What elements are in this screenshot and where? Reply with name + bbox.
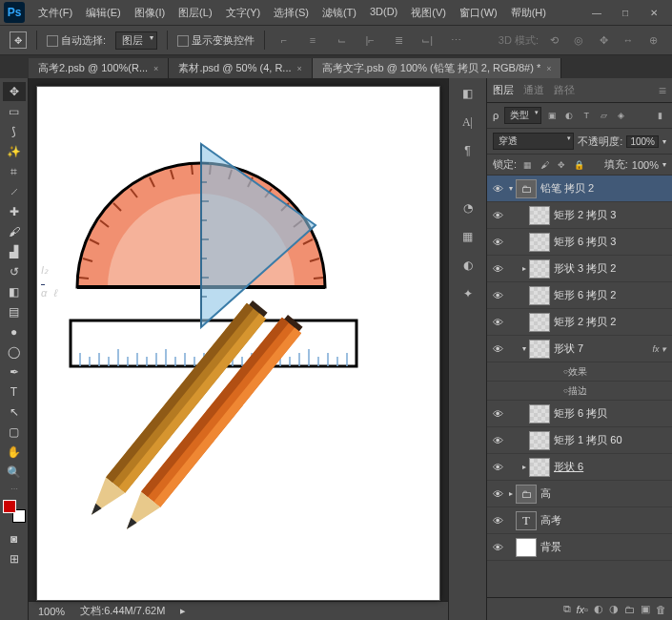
styles-panel-icon[interactable]: ✦ bbox=[457, 284, 479, 303]
layer-row[interactable]: ○ 描边 bbox=[487, 382, 672, 401]
status-menu[interactable]: ▶ bbox=[180, 608, 185, 615]
move-tool[interactable]: ✥ bbox=[3, 82, 26, 101]
clone-stamp-tool[interactable]: ▟ bbox=[3, 242, 26, 261]
align-left-icon[interactable]: |⌐ bbox=[360, 31, 379, 50]
menu-item[interactable]: 3D(D) bbox=[364, 3, 403, 23]
history-panel-icon[interactable]: ◧ bbox=[457, 84, 479, 103]
document-canvas[interactable]: I₂ α ℓ bbox=[36, 86, 440, 601]
layer-row[interactable]: 👁矩形 6 拷贝 2 bbox=[487, 282, 672, 309]
filter-adjust-icon[interactable]: ◐ bbox=[562, 109, 576, 122]
lock-position-icon[interactable]: ✥ bbox=[555, 159, 568, 171]
layer-name[interactable]: 形状 6 bbox=[554, 460, 670, 474]
link-layers-icon[interactable]: ⧉ bbox=[563, 603, 571, 615]
menu-item[interactable]: 图层(L) bbox=[173, 3, 217, 23]
opacity-value[interactable]: 100% bbox=[626, 135, 659, 148]
document-tab[interactable]: 高考2.psb @ 100%(R...× bbox=[29, 58, 169, 78]
visibility-toggle[interactable]: 👁 bbox=[489, 210, 506, 221]
visibility-toggle[interactable]: 👁 bbox=[489, 343, 506, 355]
type-tool[interactable]: T bbox=[3, 382, 26, 402]
menu-item[interactable]: 窗口(W) bbox=[454, 3, 503, 23]
toolbox-more[interactable]: ⋯ bbox=[10, 485, 18, 493]
new-layer-icon[interactable]: ▣ bbox=[641, 603, 650, 615]
layer-row[interactable]: 👁▾🗀铅笔 拷贝 2 bbox=[487, 176, 672, 202]
layer-name[interactable]: 形状 3 拷贝 2 bbox=[554, 261, 670, 276]
visibility-toggle[interactable]: 👁 bbox=[489, 488, 506, 500]
maximize-button[interactable]: □ bbox=[611, 4, 640, 21]
hand-tool[interactable]: ✋ bbox=[3, 443, 26, 462]
layer-row[interactable]: 👁背景 bbox=[487, 534, 672, 561]
layer-row[interactable]: 👁矩形 2 拷贝 2 bbox=[487, 309, 672, 336]
zoom-level[interactable]: 100% bbox=[38, 606, 65, 617]
menu-item[interactable]: 文件(F) bbox=[32, 3, 78, 23]
expand-toggle[interactable]: ▾ bbox=[519, 344, 529, 353]
foreground-color[interactable] bbox=[3, 500, 16, 513]
screenmode-toggle[interactable]: ⊞ bbox=[3, 549, 26, 568]
layer-row[interactable]: 👁矩形 6 拷贝 bbox=[487, 401, 672, 427]
dodge-tool[interactable]: ◯ bbox=[3, 342, 26, 362]
layer-row[interactable]: 👁▾形状 7fx ▾ bbox=[487, 336, 672, 362]
visibility-toggle[interactable]: 👁 bbox=[489, 237, 506, 248]
close-tab-icon[interactable]: × bbox=[153, 64, 158, 73]
color-swatches[interactable] bbox=[3, 500, 26, 523]
expand-toggle[interactable]: ▾ bbox=[506, 184, 516, 193]
character-panel-icon[interactable]: A| bbox=[457, 113, 479, 132]
layer-row[interactable]: ○ 效果 bbox=[487, 362, 672, 382]
expand-toggle[interactable]: ▸ bbox=[506, 489, 516, 498]
lasso-tool[interactable]: ⟆ bbox=[3, 122, 26, 141]
slide-3d-icon[interactable]: ↔ bbox=[619, 31, 638, 50]
color-panel-icon[interactable]: ◔ bbox=[457, 198, 479, 217]
layer-row[interactable]: 👁矩形 2 拷贝 3 bbox=[487, 202, 672, 229]
layer-row[interactable]: 👁▸🗀高 bbox=[487, 481, 672, 507]
visibility-toggle[interactable]: 👁 bbox=[489, 317, 506, 328]
document-tab[interactable]: 高考文字.psb @ 100% (铅笔 拷贝 2, RGB/8#) *× bbox=[313, 58, 562, 78]
layer-filter-dropdown[interactable]: 类型 bbox=[504, 107, 541, 124]
filter-image-icon[interactable]: ▣ bbox=[545, 109, 559, 122]
layer-style-icon[interactable]: fx▫ bbox=[577, 604, 588, 615]
path-select-tool[interactable]: ↖ bbox=[3, 403, 26, 422]
layer-row[interactable]: 👁矩形 1 拷贝 60 bbox=[487, 427, 672, 454]
layer-name[interactable]: 铅笔 拷贝 2 bbox=[540, 181, 670, 196]
filter-type-icon[interactable]: T bbox=[580, 109, 593, 122]
crop-tool[interactable]: ⌗ bbox=[3, 162, 26, 181]
layer-name[interactable]: 矩形 1 拷贝 60 bbox=[554, 433, 670, 447]
visibility-toggle[interactable]: 👁 bbox=[489, 183, 506, 195]
layer-name[interactable]: 矩形 2 拷贝 2 bbox=[554, 315, 670, 329]
document-tab[interactable]: 素材.psd @ 50% (4, R...× bbox=[169, 58, 312, 78]
layer-row[interactable]: 👁▸形状 3 拷贝 2 bbox=[487, 256, 672, 282]
align-vcenter-icon[interactable]: ≡ bbox=[303, 31, 322, 50]
visibility-toggle[interactable]: 👁 bbox=[489, 290, 506, 301]
menu-item[interactable]: 文字(Y) bbox=[220, 3, 267, 23]
gradient-tool[interactable]: ▤ bbox=[3, 302, 26, 321]
layer-name[interactable]: 矩形 6 拷贝 2 bbox=[554, 288, 670, 302]
layer-name[interactable]: 高考 bbox=[540, 513, 670, 527]
visibility-toggle[interactable]: 👁 bbox=[489, 462, 506, 473]
tab-paths[interactable]: 路径 bbox=[554, 83, 575, 97]
swatches-panel-icon[interactable]: ▦ bbox=[457, 227, 479, 246]
align-top-icon[interactable]: ⌐ bbox=[275, 31, 294, 50]
layer-name[interactable]: 背景 bbox=[540, 540, 670, 554]
zoom-tool[interactable]: 🔍 bbox=[3, 463, 26, 482]
paragraph-panel-icon[interactable]: ¶ bbox=[457, 141, 479, 160]
filter-toggle[interactable]: ▮ bbox=[653, 109, 666, 122]
roll-3d-icon[interactable]: ◎ bbox=[569, 31, 588, 50]
lock-all-icon[interactable]: 🔒 bbox=[572, 159, 585, 171]
quickmask-toggle[interactable]: ◙ bbox=[3, 529, 26, 548]
history-brush-tool[interactable]: ↺ bbox=[3, 262, 26, 281]
blur-tool[interactable]: ● bbox=[3, 322, 26, 341]
magic-wand-tool[interactable]: ✨ bbox=[3, 142, 26, 161]
layer-mask-icon[interactable]: ◐ bbox=[594, 603, 603, 615]
pen-tool[interactable]: ✒ bbox=[3, 362, 26, 382]
expand-toggle[interactable]: ▸ bbox=[519, 463, 529, 471]
close-tab-icon[interactable]: × bbox=[297, 64, 302, 73]
fill-value[interactable]: 100% bbox=[632, 159, 659, 171]
menu-item[interactable]: 图像(I) bbox=[129, 3, 171, 23]
filter-smart-icon[interactable]: ◈ bbox=[614, 109, 627, 122]
visibility-toggle[interactable]: 👁 bbox=[489, 263, 506, 275]
align-right-icon[interactable]: ⌙| bbox=[417, 31, 437, 50]
tab-channels[interactable]: 通道 bbox=[523, 83, 544, 97]
new-fill-icon[interactable]: ◑ bbox=[609, 603, 619, 615]
menu-item[interactable]: 帮助(H) bbox=[505, 3, 552, 23]
menu-item[interactable]: 编辑(E) bbox=[80, 3, 127, 23]
orbit-3d-icon[interactable]: ⟲ bbox=[544, 31, 563, 50]
layer-name[interactable]: 描边 bbox=[568, 384, 670, 398]
